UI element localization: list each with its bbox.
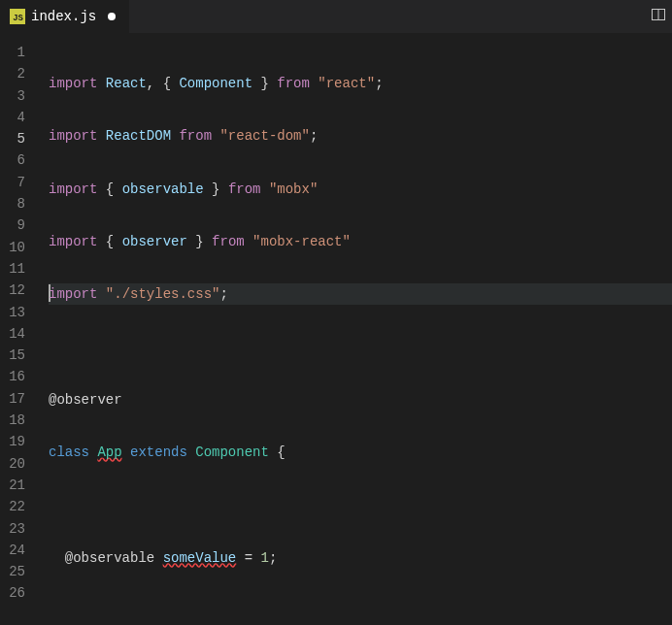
line-number: 7 <box>0 172 25 193</box>
split-editor-icon[interactable] <box>651 7 666 26</box>
code-line: import { observer } from "mobx-react" <box>49 231 672 252</box>
line-number: 10 <box>0 237 25 258</box>
code-line: @observable someValue = 1; <box>49 547 672 569</box>
code-content[interactable]: import React, { Component } from "react"… <box>39 34 672 625</box>
code-line <box>49 336 672 357</box>
line-number: 8 <box>0 193 25 214</box>
tab-filename: index.js <box>31 9 96 24</box>
line-number: 26 <box>0 582 25 604</box>
line-number: 17 <box>0 388 25 410</box>
line-number: 12 <box>0 280 25 301</box>
line-number: 5 <box>0 128 25 149</box>
line-number-gutter[interactable]: 1234567891011121314151617181920212223242… <box>0 34 39 625</box>
line-number: 23 <box>0 518 25 540</box>
code-line: @observer <box>49 389 672 411</box>
line-number: 22 <box>0 496 25 517</box>
line-number: 14 <box>0 323 25 345</box>
line-number: 11 <box>0 258 25 280</box>
line-number: 6 <box>0 149 25 171</box>
editor-actions <box>651 7 672 26</box>
line-number: 13 <box>0 302 25 323</box>
tab-index-js[interactable]: JS index.js <box>0 0 129 34</box>
line-number: 3 <box>0 85 25 107</box>
code-line <box>49 494 672 515</box>
tab-bar: JS index.js <box>0 0 672 34</box>
line-number: 19 <box>0 431 25 452</box>
code-line: import React, { Component } from "react"… <box>49 73 672 94</box>
code-line: import { observable } from "mobx" <box>49 179 672 200</box>
javascript-file-icon: JS <box>10 9 25 24</box>
line-number: 15 <box>0 345 25 366</box>
line-number: 20 <box>0 453 25 475</box>
line-number: 24 <box>0 540 25 561</box>
line-number: 25 <box>0 561 25 582</box>
code-line-current: import "./styles.css"; <box>49 283 672 305</box>
line-number: 1 <box>0 42 25 63</box>
line-number: 16 <box>0 366 25 387</box>
line-number: 18 <box>0 410 25 431</box>
code-line: import ReactDOM from "react-dom"; <box>49 125 672 147</box>
line-number: 21 <box>0 475 25 496</box>
code-line <box>49 600 672 621</box>
line-number: 9 <box>0 214 25 236</box>
line-number: 2 <box>0 63 25 84</box>
code-line: class App extends Component { <box>49 442 672 463</box>
modified-indicator-icon <box>108 13 116 20</box>
editor-area: 1234567891011121314151617181920212223242… <box>0 34 672 625</box>
line-number: 4 <box>0 107 25 128</box>
